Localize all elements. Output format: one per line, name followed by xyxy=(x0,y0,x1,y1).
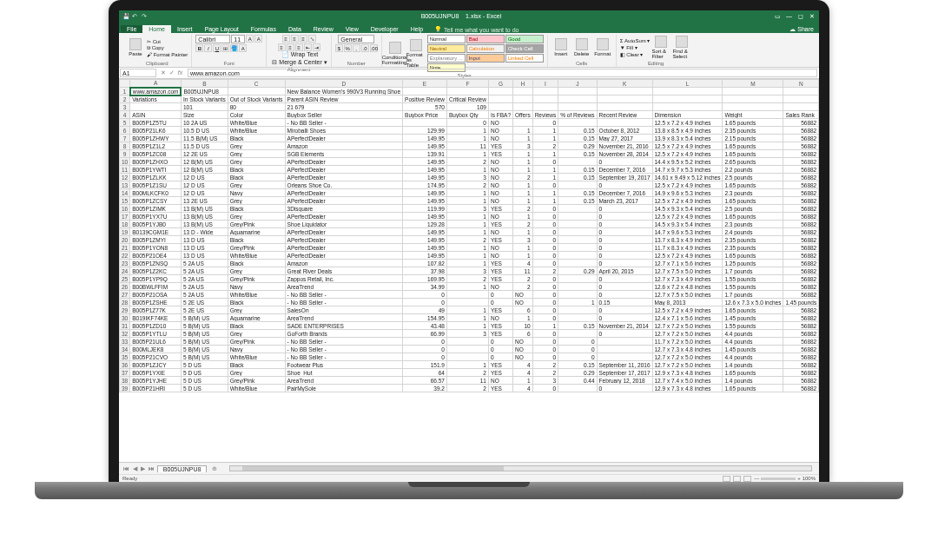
cell[interactable]: 56882 xyxy=(783,314,819,322)
cell[interactable]: B005P1ZMYI xyxy=(130,236,182,244)
cell[interactable]: B005P1ZC08 xyxy=(130,150,182,158)
cell[interactable]: 14.7 x 9.6 x 5.3 inches xyxy=(652,228,723,236)
increase-font-icon[interactable]: A xyxy=(246,35,254,43)
cell[interactable]: Grey xyxy=(228,197,285,205)
maximize-icon[interactable]: ◻ xyxy=(796,13,804,20)
cell[interactable]: 4 xyxy=(513,361,533,369)
column-header[interactable]: D xyxy=(285,80,402,88)
horizontal-scrollbar[interactable] xyxy=(229,465,812,471)
merge-center-button[interactable]: ⊟ Merge & Center ▾ xyxy=(272,59,327,66)
row-header[interactable]: 39 xyxy=(120,385,130,392)
cell[interactable]: 0 xyxy=(597,275,652,283)
cell[interactable] xyxy=(513,88,533,96)
cell[interactable]: B005P1YX7U xyxy=(130,213,182,221)
cell[interactable]: 1 xyxy=(446,166,488,174)
cell[interactable]: 2 xyxy=(532,361,558,369)
cell[interactable] xyxy=(558,385,597,392)
decrease-indent-icon[interactable]: ⇤ xyxy=(304,43,312,51)
sheet-nav-prev-icon[interactable]: ◀ xyxy=(132,465,138,471)
cell[interactable]: 5 2A US xyxy=(181,267,228,275)
cell[interactable]: 0 xyxy=(532,275,558,283)
cell[interactable]: 5 2A US xyxy=(181,275,228,283)
cell[interactable]: 1 xyxy=(513,158,533,166)
cell[interactable]: 0.15 xyxy=(558,166,597,174)
cell[interactable]: 1.65 pounds xyxy=(723,306,783,314)
row-header[interactable]: 25 xyxy=(120,275,130,283)
cell[interactable] xyxy=(532,88,558,96)
cell[interactable]: 0 xyxy=(558,346,597,353)
cell[interactable]: 13 D - Wide xyxy=(181,228,228,236)
cell[interactable]: B00BWLFFIM xyxy=(130,283,182,291)
cell[interactable]: 2 xyxy=(532,369,558,377)
normal-view-icon[interactable] xyxy=(723,476,730,482)
cell[interactable] xyxy=(783,88,819,96)
cell[interactable]: 11.5 D US xyxy=(181,142,228,150)
align-center-icon[interactable]: ≡ xyxy=(287,43,294,51)
cell[interactable]: 56882 xyxy=(783,330,819,338)
cell[interactable]: 0 xyxy=(597,236,652,244)
cell[interactable]: 5 2A US xyxy=(181,291,228,299)
sheet-nav-next-icon[interactable]: ▶ xyxy=(140,465,146,471)
cell[interactable] xyxy=(558,205,597,213)
cell[interactable]: B005P21HRI xyxy=(130,385,182,392)
cell[interactable]: 14.5 x 9.3 x 5.4 inches xyxy=(652,221,723,228)
cell[interactable]: 0 xyxy=(532,346,558,353)
cell[interactable]: 3 xyxy=(446,267,488,275)
cell[interactable]: 2 xyxy=(513,283,533,291)
cell[interactable]: 0 xyxy=(532,299,558,306)
number-format-dropdown[interactable]: General xyxy=(338,35,374,43)
cell[interactable]: 49 xyxy=(403,306,447,314)
cell[interactable]: 56882 xyxy=(783,353,819,361)
cell[interactable]: Grey xyxy=(228,150,285,158)
cell[interactable]: 0 xyxy=(532,252,558,260)
cell[interactable]: 4.4 pounds xyxy=(723,330,783,338)
cell[interactable]: 1 xyxy=(446,322,488,330)
cell[interactable]: 12.5 x 7.2 x 4.9 inches xyxy=(652,213,723,221)
cell[interactable]: 4 xyxy=(513,385,533,392)
row-header[interactable]: 31 xyxy=(120,322,130,330)
cell[interactable] xyxy=(558,96,597,103)
cell[interactable]: 1 xyxy=(513,228,533,236)
cell[interactable]: B005P1ZNSQ xyxy=(130,260,182,267)
format-cells-button[interactable]: Format xyxy=(593,38,612,56)
cell[interactable]: 1.7 pounds xyxy=(723,267,783,275)
cell[interactable]: 11.5 B(M) US xyxy=(181,135,228,142)
cell[interactable]: B005P1ZHXO xyxy=(130,158,182,166)
cell[interactable]: 4.4 pounds xyxy=(723,338,783,346)
cell[interactable]: 13 B(M) US xyxy=(181,221,228,228)
cell[interactable]: 14.9 x 9.6 x 5.3 inches xyxy=(652,189,723,197)
cell[interactable]: 10.5 D US xyxy=(181,127,228,135)
cell[interactable]: YES xyxy=(488,267,512,275)
cell[interactable]: NO xyxy=(488,119,512,127)
cell[interactable]: 66.99 xyxy=(403,330,447,338)
cell[interactable]: Shoe_Hut xyxy=(285,369,402,377)
tab-review[interactable]: Review xyxy=(307,25,340,33)
cell[interactable]: NO xyxy=(488,252,512,260)
cell[interactable]: YES xyxy=(488,369,512,377)
cell[interactable]: 5 D US xyxy=(181,377,228,385)
share-button[interactable]: ☁ Share xyxy=(784,26,819,33)
cell[interactable]: 12.6 x 7.2 x 4.8 inches xyxy=(652,283,723,291)
decrease-decimal-icon[interactable]: .00 xyxy=(370,44,378,52)
copy-button[interactable]: ⧉ Copy xyxy=(147,45,188,51)
cell[interactable]: 1 xyxy=(513,377,533,385)
cell[interactable]: 5 D US xyxy=(181,361,228,369)
cell[interactable]: 0.29 xyxy=(558,142,597,150)
column-header[interactable]: I xyxy=(532,80,558,88)
cell[interactable]: YES xyxy=(488,205,512,213)
cell[interactable]: 12 2E US xyxy=(181,150,228,158)
cell[interactable]: 0 xyxy=(597,158,652,166)
cell[interactable]: 3 xyxy=(513,236,533,244)
cell[interactable]: Black xyxy=(228,260,285,267)
cell[interactable]: 0 xyxy=(532,221,558,228)
row-header[interactable]: 28 xyxy=(120,299,130,306)
cell[interactable]: 0 xyxy=(597,260,652,267)
cell[interactable]: Grey/Pink xyxy=(228,221,285,228)
cell[interactable]: Grey/Pink xyxy=(228,244,285,252)
cell[interactable]: 0.29 xyxy=(558,369,597,377)
cell[interactable]: November 21, 2016 xyxy=(597,142,652,150)
cell[interactable]: NO xyxy=(488,166,512,174)
cell[interactable]: 12 D US xyxy=(181,174,228,181)
row-header[interactable]: 3 xyxy=(120,103,130,111)
cell[interactable]: Grey xyxy=(228,181,285,189)
